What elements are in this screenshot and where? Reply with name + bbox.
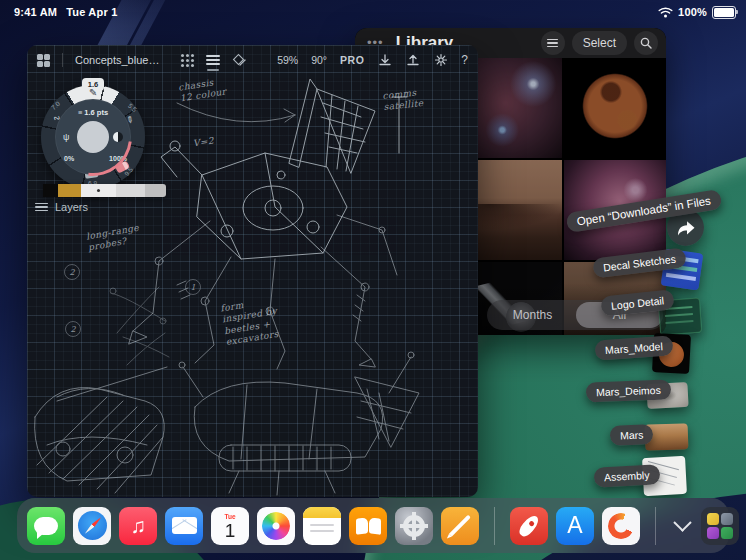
select-button[interactable]: Select [572, 31, 627, 55]
battery-icon [712, 6, 736, 19]
dock-app-sketch-pen[interactable] [441, 507, 479, 545]
dock-collapse-button[interactable] [671, 507, 693, 545]
layers-button[interactable]: Layers [35, 201, 88, 213]
chevron-down-icon [673, 513, 691, 531]
notes-line [310, 524, 334, 526]
drag-item-label[interactable]: Mars [610, 424, 654, 446]
dock-app-calendar[interactable]: Tue 1 [211, 507, 249, 545]
list-view-button[interactable] [541, 31, 565, 55]
dock-app-app-store[interactable]: A [556, 507, 594, 545]
photo-tile[interactable] [564, 58, 666, 158]
concepts-window[interactable]: chassis 12 colour comms satellite V=2 lo… [27, 45, 478, 497]
date: Tue Apr 1 [66, 6, 117, 18]
gear-icon [403, 515, 425, 537]
layers-label: Layers [55, 201, 88, 213]
dock-app-concepts[interactable] [602, 507, 640, 545]
swatch-white[interactable] [81, 184, 116, 197]
search-icon [640, 37, 652, 49]
notes-header-stripe [303, 507, 341, 518]
swatch-black[interactable] [43, 184, 58, 197]
dock-app-notes[interactable] [303, 507, 341, 545]
annotation-circled-number: 2 [64, 264, 80, 280]
status-bar: 9:41 AM Tue Apr 1 100% [0, 0, 746, 24]
dock-app-photos[interactable] [257, 507, 295, 545]
swatch-lightgray[interactable] [116, 184, 145, 197]
dock: ♫ Tue 1 A [17, 498, 729, 553]
clock: 9:41 AM [14, 6, 57, 18]
app-library-grid-icon [707, 513, 733, 539]
dock-app-mail[interactable] [165, 507, 203, 545]
drag-item-label[interactable]: Assembly [594, 464, 660, 487]
envelope-icon [172, 517, 197, 534]
dock-divider [494, 507, 495, 545]
forward-arrow-icon [675, 218, 697, 238]
opacity-min-label: 0% [64, 155, 74, 162]
annotation-circled-number: 1 [185, 279, 201, 295]
stroke-width-label: 1.6 pts [55, 108, 131, 117]
dock-app-settings[interactable] [395, 507, 433, 545]
pen-icon [449, 515, 471, 537]
dock-app-library[interactable] [701, 507, 739, 545]
tool-wheel[interactable]: 1.6 7.0 5.5 6.9 9.5 ∿ ✎ ✎ 1.6 pts ψ 0% 1… [41, 85, 145, 189]
list-icon [547, 39, 558, 47]
battery-percent: 100% [678, 6, 707, 18]
chat-bubble-icon [34, 517, 58, 535]
dock-app-safari[interactable] [73, 507, 111, 545]
notes-line [310, 530, 334, 532]
dock-app-rocket[interactable] [510, 507, 548, 545]
photos-flower-icon [262, 512, 290, 540]
dock-divider [655, 507, 656, 545]
annotation-inspired: form inspired by beetles + excavators [220, 295, 282, 348]
layers-icon [35, 203, 48, 212]
dock-app-music[interactable]: ♫ [119, 507, 157, 545]
app-store-a-icon: A [567, 512, 582, 539]
compass-icon [78, 511, 107, 540]
drag-item-label[interactable]: Mars_Deimos [586, 380, 671, 403]
pen-tool-icon[interactable]: ✎ [89, 87, 97, 98]
color-swatch-bar [43, 184, 166, 197]
wifi-icon [658, 7, 673, 18]
color-puck[interactable] [77, 121, 109, 153]
opacity-icon[interactable] [113, 132, 123, 142]
open-book-icon [356, 518, 380, 534]
swatch-gray[interactable] [145, 184, 166, 197]
annotation-comms: comms satellite [382, 87, 424, 114]
opacity-max-label: 100% [109, 155, 127, 162]
rocket-icon [517, 512, 542, 538]
tool-wheel-inner[interactable]: 1.6 pts ψ 0% 100% [55, 99, 131, 175]
annotation-circled-number: 2 [65, 321, 81, 337]
segment-months[interactable]: Months [489, 302, 576, 328]
dock-app-books[interactable] [349, 507, 387, 545]
dock-app-messages[interactable] [27, 507, 65, 545]
search-button[interactable] [634, 31, 658, 55]
music-note-icon: ♫ [130, 514, 146, 538]
concepts-c-icon [608, 513, 634, 539]
swatch-gold[interactable] [58, 184, 81, 197]
calendar-day: 1 [225, 521, 236, 541]
texture-icon[interactable]: ψ [63, 132, 69, 142]
